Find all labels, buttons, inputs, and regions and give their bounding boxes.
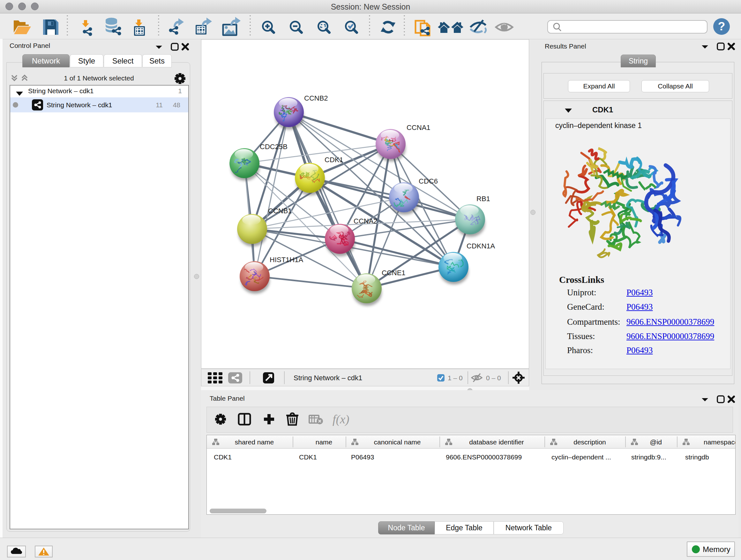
svg-text:CDKN1A: CDKN1A: [467, 242, 495, 250]
svg-text:RB1: RB1: [476, 195, 490, 203]
svg-text:?: ?: [718, 20, 725, 33]
svg-text:CCNA2: CCNA2: [354, 217, 378, 225]
svg-text:@id: @id: [650, 438, 662, 446]
svg-text:String Network – cdk1: String Network – cdk1: [293, 374, 362, 382]
svg-text:CCNE1: CCNE1: [382, 269, 406, 277]
svg-text:f(x): f(x): [333, 413, 349, 426]
svg-text:HIST1H1A: HIST1H1A: [270, 256, 303, 264]
svg-text:description: description: [574, 438, 606, 446]
svg-text:0 – 0: 0 – 0: [486, 374, 501, 381]
svg-text:CCNB2: CCNB2: [304, 94, 328, 102]
svg-text:name: name: [316, 438, 333, 446]
svg-text:CCNB1: CCNB1: [268, 207, 292, 215]
svg-text:CDK1: CDK1: [325, 156, 343, 164]
svg-text:CCNA1: CCNA1: [407, 124, 430, 132]
svg-text:namespace: namespace: [704, 438, 735, 446]
svg-text:1 – 0: 1 – 0: [448, 374, 463, 381]
svg-text:shared name: shared name: [235, 438, 274, 446]
svg-text:CDC25B: CDC25B: [260, 143, 287, 151]
svg-text:canonical name: canonical name: [374, 438, 421, 446]
svg-text:CDC6: CDC6: [419, 177, 438, 185]
svg-text:database identifier: database identifier: [469, 438, 524, 446]
